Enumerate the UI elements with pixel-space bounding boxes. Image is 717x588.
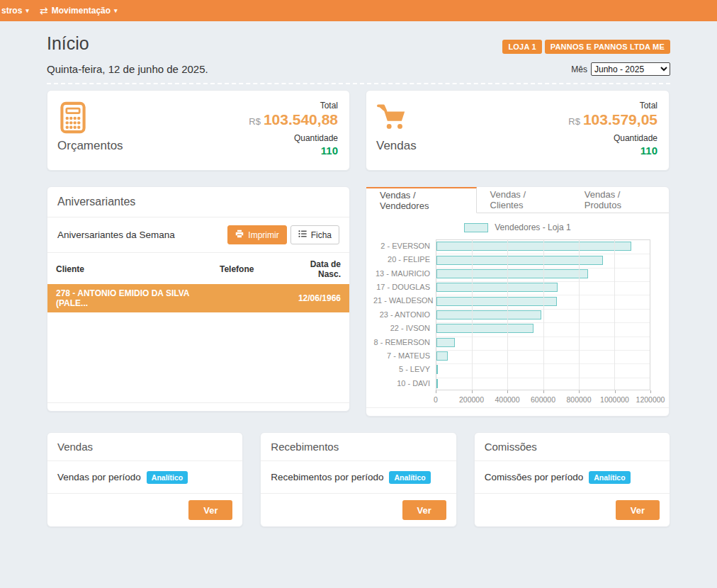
report-title: Comissões [475, 433, 670, 461]
chart-category-labels: 2 - EVERSON20 - FELIPE13 - MAURICIO17 - … [373, 239, 430, 390]
axis-tick-label: 1200000 [636, 395, 665, 404]
ver-button[interactable]: Ver [402, 500, 446, 520]
gridline [579, 240, 580, 390]
imprimir-button[interactable]: Imprimir [227, 225, 286, 244]
chart-category-label: 17 - DOUGLAS [373, 281, 430, 294]
comissoes-report-card: Comissões Comissões por período Analític… [474, 432, 670, 527]
report-description: Vendas por período [57, 472, 141, 482]
swap-arrows-icon: ⇄ [40, 5, 48, 16]
current-date: Quinta-feira, 12 de junho de 2025. [47, 63, 208, 75]
gridline [543, 240, 544, 390]
report-description: Recebimentos por período [271, 472, 383, 482]
vendas-label: Vendas [376, 139, 417, 153]
top-navbar: stros ▾ ⇄ Movimentação ▾ [0, 0, 717, 21]
axis-tick-mark [543, 390, 544, 393]
axis-tick-mark [507, 390, 508, 393]
column-header-nascimento: Data de Nasc. [278, 253, 349, 284]
month-select-label: Mês [571, 64, 587, 74]
legend-label: Vendedores - Loja 1 [495, 222, 570, 232]
chart-category-label: 23 - ANTONIO [373, 308, 430, 322]
cell-cliente: 278 - ANTONIO EMIDIO DA SILVA (PALE... [47, 284, 211, 312]
calculator-icon [57, 101, 123, 135]
orcamentos-quantity-value: 110 [249, 145, 338, 157]
axis-tick-mark [472, 390, 473, 393]
list-icon [298, 230, 307, 240]
quantity-label: Quantidade [249, 133, 338, 143]
tab-vendas-produtos[interactable]: Vendas / Produtos [571, 187, 669, 213]
chart-bar [436, 283, 558, 292]
vendas-total-value: 103.579,05 [583, 111, 657, 128]
cell-telefone [211, 284, 278, 312]
chart-category-label: 21 - WALDESON [373, 294, 430, 307]
table-row[interactable]: 278 - ANTONIO EMIDIO DA SILVA (PALE... 1… [47, 284, 349, 312]
store-badge: LOJA 1 [502, 40, 541, 54]
main-content: Início LOJA 1 PANNOS E PANNOS LTDA ME Qu… [47, 21, 670, 527]
orcamentos-label: Orçamentos [57, 139, 123, 153]
analitico-badge: Analítico [389, 471, 430, 484]
chart-category-label: 13 - MAURICIO [373, 267, 430, 281]
page-title: Início [47, 34, 89, 54]
card-footer [47, 402, 349, 411]
month-select[interactable]: Junho - 2025 [591, 62, 670, 76]
currency-symbol: R$ [249, 116, 261, 127]
chart-bar [436, 351, 448, 361]
orcamentos-card: Orçamentos Total R$103.540,88 Quantidade… [47, 90, 350, 171]
total-label: Total [249, 101, 338, 111]
axis-tick-label: 0 [434, 395, 438, 404]
vendas-card: Vendas Total R$103.579,05 Quantidade 110 [366, 90, 670, 171]
nav-item-cadastros[interactable]: stros ▾ [1, 0, 29, 21]
page-header: Início LOJA 1 PANNOS E PANNOS LTDA ME [47, 34, 670, 54]
axis-tick-mark [436, 390, 436, 393]
axis-tick-label: 200000 [459, 395, 484, 404]
chart-bar [436, 242, 631, 251]
chart-legend: Vendedores - Loja 1 [366, 222, 669, 232]
chart-category-label: 10 - DAVI [373, 377, 430, 390]
store-badges: LOJA 1 PANNOS E PANNOS LTDA ME [502, 40, 670, 54]
ficha-button[interactable]: Ficha [290, 225, 339, 244]
card-footer [366, 407, 669, 416]
chart-plot [436, 239, 650, 390]
aniversariantes-table: Cliente Telefone Data de Nasc. 278 - ANT… [47, 253, 349, 312]
quantity-label: Quantidade [568, 133, 657, 143]
gridline [614, 240, 615, 390]
printer-icon [235, 230, 244, 240]
currency-symbol: R$ [568, 116, 580, 127]
chart-bar [436, 365, 438, 374]
ver-button[interactable]: Ver [616, 500, 660, 520]
tab-vendas-vendedores[interactable]: Vendas / Vendedores [366, 187, 477, 213]
axis-tick-mark [579, 390, 580, 393]
imprimir-button-label: Imprimir [248, 230, 278, 240]
vendas-chart-card: Vendas / Vendedores Vendas / Clientes Ve… [366, 186, 670, 417]
orcamentos-total-value: 103.540,88 [264, 111, 338, 128]
chart-bar [436, 297, 557, 306]
chart-bar [436, 269, 588, 278]
total-label: Total [568, 101, 657, 111]
analitico-badge: Analítico [147, 471, 188, 484]
axis-tick-label: 800000 [566, 395, 591, 404]
tab-vendas-clientes[interactable]: Vendas / Clientes [477, 187, 571, 213]
aniversariantes-subtitle: Aniversariantes da Semana [57, 230, 175, 240]
date-row: Quinta-feira, 12 de junho de 2025. Mês J… [47, 62, 670, 76]
vendas-quantity-value: 110 [568, 145, 657, 157]
axis-tick-label: 600000 [531, 395, 555, 404]
chart-category-label: 2 - EVERSON [373, 239, 430, 253]
chart-bar [436, 310, 541, 320]
nav-item-label: stros [1, 6, 22, 16]
report-cards-row: Vendas Vendas por período Analítico Ver … [47, 432, 670, 527]
chart-bar [436, 379, 438, 388]
nav-item-movimentacao[interactable]: ⇄ Movimentação ▾ [40, 0, 118, 21]
caret-down-icon: ▾ [26, 7, 29, 14]
summary-cards-row: Orçamentos Total R$103.540,88 Quantidade… [47, 90, 670, 171]
ver-button[interactable]: Ver [188, 500, 232, 520]
axis-tick-mark [615, 390, 616, 393]
recebimentos-report-card: Recebimentos Recebimentos por período An… [260, 432, 456, 527]
caret-down-icon: ▾ [114, 7, 118, 14]
axis-tick-mark [650, 390, 651, 393]
analitico-badge: Analítico [589, 471, 630, 484]
cell-nascimento: 12/06/1966 [278, 284, 349, 312]
chart-x-axis: 020000040000060000080000010000001200000 [436, 390, 650, 409]
nav-item-label: Movimentação [52, 6, 111, 16]
report-title: Vendas [47, 433, 242, 461]
gridline [472, 240, 473, 390]
ficha-button-label: Ficha [311, 230, 332, 240]
